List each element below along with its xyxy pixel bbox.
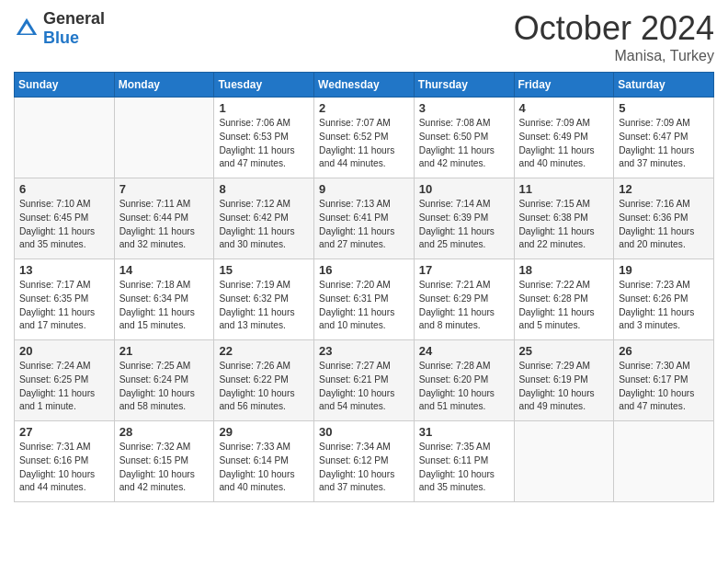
cell-content: Sunrise: 7:11 AMSunset: 6:44 PMDaylight:… [119, 198, 210, 252]
day-number: 7 [119, 182, 210, 196]
calendar-cell: 12Sunrise: 7:16 AMSunset: 6:36 PMDayligh… [614, 178, 714, 259]
cell-content: Sunrise: 7:30 AMSunset: 6:17 PMDaylight:… [619, 360, 710, 414]
calendar-cell: 1Sunrise: 7:06 AMSunset: 6:53 PMDaylight… [214, 98, 314, 178]
cell-content: Sunrise: 7:33 AMSunset: 6:14 PMDaylight:… [219, 441, 310, 495]
calendar-cell: 27Sunrise: 7:31 AMSunset: 6:16 PMDayligh… [15, 421, 115, 502]
calendar-cell: 14Sunrise: 7:18 AMSunset: 6:34 PMDayligh… [114, 259, 214, 340]
day-number: 4 [519, 101, 610, 115]
cell-content: Sunrise: 7:24 AMSunset: 6:25 PMDaylight:… [19, 360, 110, 414]
calendar-cell: 7Sunrise: 7:11 AMSunset: 6:44 PMDaylight… [114, 178, 214, 259]
calendar-cell: 23Sunrise: 7:27 AMSunset: 6:21 PMDayligh… [314, 340, 415, 421]
calendar-cell: 18Sunrise: 7:22 AMSunset: 6:28 PMDayligh… [514, 259, 614, 340]
calendar-cell: 20Sunrise: 7:24 AMSunset: 6:25 PMDayligh… [15, 340, 115, 421]
cell-content: Sunrise: 7:27 AMSunset: 6:21 PMDaylight:… [319, 360, 410, 414]
column-header-wednesday: Wednesday [314, 73, 415, 98]
cell-content: Sunrise: 7:34 AMSunset: 6:12 PMDaylight:… [319, 441, 410, 495]
day-number: 24 [419, 344, 510, 358]
calendar-cell: 11Sunrise: 7:15 AMSunset: 6:38 PMDayligh… [514, 178, 614, 259]
cell-content: Sunrise: 7:10 AMSunset: 6:45 PMDaylight:… [19, 198, 110, 252]
day-number: 16 [319, 263, 410, 277]
column-header-sunday: Sunday [15, 73, 115, 98]
calendar-cell: 13Sunrise: 7:17 AMSunset: 6:35 PMDayligh… [15, 259, 115, 340]
cell-content: Sunrise: 7:29 AMSunset: 6:19 PMDaylight:… [519, 360, 610, 414]
calendar-week-row: 1Sunrise: 7:06 AMSunset: 6:53 PMDaylight… [15, 98, 714, 178]
calendar-cell: 19Sunrise: 7:23 AMSunset: 6:26 PMDayligh… [614, 259, 714, 340]
day-number: 10 [419, 182, 510, 196]
cell-content: Sunrise: 7:14 AMSunset: 6:39 PMDaylight:… [419, 198, 510, 252]
title-block: October 2024 Manisa, Turkey [514, 9, 714, 64]
day-number: 27 [19, 425, 110, 439]
calendar-cell: 2Sunrise: 7:07 AMSunset: 6:52 PMDaylight… [314, 98, 415, 178]
day-number: 12 [619, 182, 710, 196]
day-number: 30 [319, 425, 410, 439]
logo-icon [14, 16, 40, 41]
day-number: 26 [619, 344, 710, 358]
day-number: 17 [419, 263, 510, 277]
cell-content: Sunrise: 7:13 AMSunset: 6:41 PMDaylight:… [319, 198, 410, 252]
day-number: 23 [319, 344, 410, 358]
column-header-tuesday: Tuesday [214, 73, 314, 98]
calendar-cell [514, 421, 614, 502]
calendar-cell: 21Sunrise: 7:25 AMSunset: 6:24 PMDayligh… [114, 340, 214, 421]
calendar-week-row: 20Sunrise: 7:24 AMSunset: 6:25 PMDayligh… [15, 340, 714, 421]
day-number: 6 [19, 182, 110, 196]
day-number: 11 [519, 182, 610, 196]
cell-content: Sunrise: 7:21 AMSunset: 6:29 PMDaylight:… [419, 279, 510, 333]
column-header-monday: Monday [114, 73, 214, 98]
day-number: 28 [119, 425, 210, 439]
cell-content: Sunrise: 7:15 AMSunset: 6:38 PMDaylight:… [519, 198, 610, 252]
cell-content: Sunrise: 7:09 AMSunset: 6:47 PMDaylight:… [619, 117, 710, 171]
calendar-cell: 3Sunrise: 7:08 AMSunset: 6:50 PMDaylight… [414, 98, 514, 178]
calendar-cell: 15Sunrise: 7:19 AMSunset: 6:32 PMDayligh… [214, 259, 314, 340]
column-header-friday: Friday [514, 73, 614, 98]
calendar-header-row: SundayMondayTuesdayWednesdayThursdayFrid… [15, 73, 714, 98]
calendar-week-row: 6Sunrise: 7:10 AMSunset: 6:45 PMDaylight… [15, 178, 714, 259]
calendar-cell: 28Sunrise: 7:32 AMSunset: 6:15 PMDayligh… [114, 421, 214, 502]
cell-content: Sunrise: 7:32 AMSunset: 6:15 PMDaylight:… [119, 441, 210, 495]
calendar-cell: 10Sunrise: 7:14 AMSunset: 6:39 PMDayligh… [414, 178, 514, 259]
calendar-cell: 8Sunrise: 7:12 AMSunset: 6:42 PMDaylight… [214, 178, 314, 259]
day-number: 19 [619, 263, 710, 277]
cell-content: Sunrise: 7:06 AMSunset: 6:53 PMDaylight:… [219, 117, 310, 171]
day-number: 21 [119, 344, 210, 358]
cell-content: Sunrise: 7:25 AMSunset: 6:24 PMDaylight:… [119, 360, 210, 414]
calendar-cell: 16Sunrise: 7:20 AMSunset: 6:31 PMDayligh… [314, 259, 415, 340]
day-number: 3 [419, 101, 510, 115]
cell-content: Sunrise: 7:19 AMSunset: 6:32 PMDaylight:… [219, 279, 310, 333]
day-number: 25 [519, 344, 610, 358]
calendar-cell: 30Sunrise: 7:34 AMSunset: 6:12 PMDayligh… [314, 421, 415, 502]
cell-content: Sunrise: 7:35 AMSunset: 6:11 PMDaylight:… [419, 441, 510, 495]
calendar-cell: 9Sunrise: 7:13 AMSunset: 6:41 PMDaylight… [314, 178, 415, 259]
day-number: 29 [219, 425, 310, 439]
calendar-week-row: 27Sunrise: 7:31 AMSunset: 6:16 PMDayligh… [15, 421, 714, 502]
day-number: 31 [419, 425, 510, 439]
logo: General Blue [14, 9, 105, 48]
calendar-cell: 4Sunrise: 7:09 AMSunset: 6:49 PMDaylight… [514, 98, 614, 178]
logo-general: General [43, 9, 105, 28]
calendar-cell: 25Sunrise: 7:29 AMSunset: 6:19 PMDayligh… [514, 340, 614, 421]
calendar-cell: 17Sunrise: 7:21 AMSunset: 6:29 PMDayligh… [414, 259, 514, 340]
calendar-cell [15, 98, 115, 178]
logo-blue: Blue [43, 29, 79, 47]
location-title: Manisa, Turkey [514, 48, 714, 64]
day-number: 14 [119, 263, 210, 277]
cell-content: Sunrise: 7:12 AMSunset: 6:42 PMDaylight:… [219, 198, 310, 252]
day-number: 20 [19, 344, 110, 358]
calendar-cell: 6Sunrise: 7:10 AMSunset: 6:45 PMDaylight… [15, 178, 115, 259]
cell-content: Sunrise: 7:07 AMSunset: 6:52 PMDaylight:… [319, 117, 410, 171]
calendar-cell: 22Sunrise: 7:26 AMSunset: 6:22 PMDayligh… [214, 340, 314, 421]
day-number: 1 [219, 101, 310, 115]
day-number: 9 [319, 182, 410, 196]
calendar-cell: 24Sunrise: 7:28 AMSunset: 6:20 PMDayligh… [414, 340, 514, 421]
day-number: 15 [219, 263, 310, 277]
logo-text: General Blue [43, 9, 105, 48]
calendar-table: SundayMondayTuesdayWednesdayThursdayFrid… [14, 72, 714, 502]
cell-content: Sunrise: 7:31 AMSunset: 6:16 PMDaylight:… [19, 441, 110, 495]
cell-content: Sunrise: 7:20 AMSunset: 6:31 PMDaylight:… [319, 279, 410, 333]
calendar-cell [114, 98, 214, 178]
column-header-thursday: Thursday [414, 73, 514, 98]
column-header-saturday: Saturday [614, 73, 714, 98]
month-title: October 2024 [514, 9, 714, 48]
day-number: 13 [19, 263, 110, 277]
day-number: 8 [219, 182, 310, 196]
